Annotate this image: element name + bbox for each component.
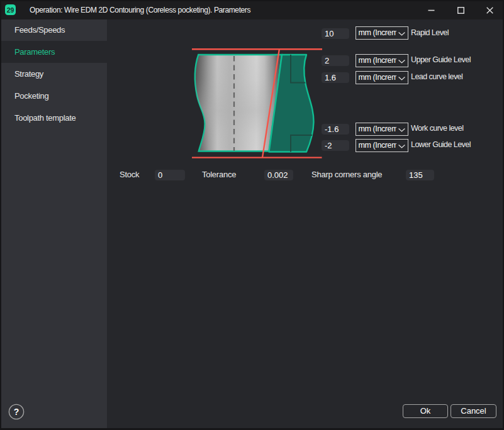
svg-text:?: ? [14,407,20,417]
